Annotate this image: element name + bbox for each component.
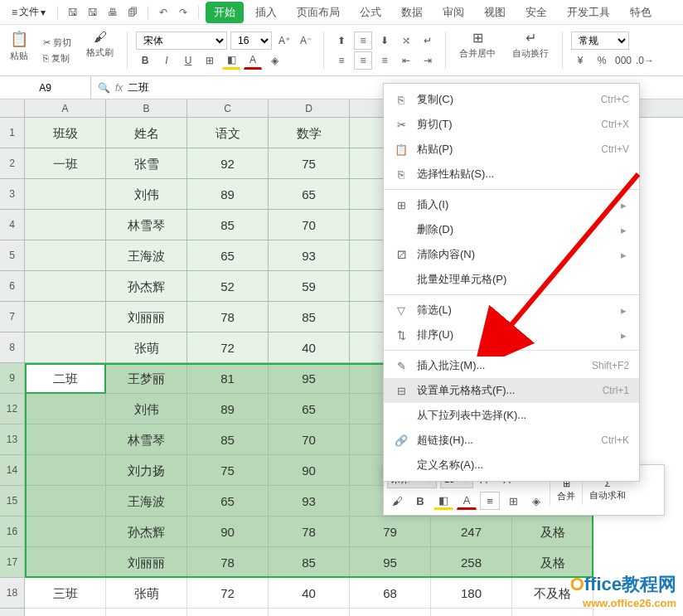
eraser-icon[interactable]: ◈ xyxy=(265,51,283,70)
tab-security[interactable]: 安全 xyxy=(517,2,555,23)
cell[interactable] xyxy=(25,210,106,240)
tab-page-layout[interactable]: 页面布局 xyxy=(288,2,348,23)
cell[interactable]: 78 xyxy=(269,517,350,547)
row-header[interactable]: 14 xyxy=(0,455,25,486)
row-header[interactable]: 1 xyxy=(0,118,25,148)
row-header[interactable]: 15 xyxy=(0,486,25,517)
cell[interactable]: 王海波 xyxy=(106,486,187,517)
row-header[interactable]: 4 xyxy=(0,210,25,240)
tab-insert[interactable]: 插入 xyxy=(247,2,285,23)
align-bottom-icon[interactable]: ⬇ xyxy=(375,32,394,50)
cell[interactable]: 姓名 xyxy=(106,118,187,148)
cell[interactable]: 二班 xyxy=(25,363,106,394)
cell[interactable]: 247 xyxy=(431,517,512,547)
align-left-icon[interactable]: ≡ xyxy=(332,51,351,70)
col-header-D[interactable]: D xyxy=(269,99,350,117)
increase-decimal-icon[interactable]: .0→ xyxy=(636,51,654,70)
context-menu-item[interactable]: 删除(D)▸ xyxy=(384,217,639,242)
save-icon[interactable]: 🖫 xyxy=(65,4,81,21)
cell[interactable]: 语文 xyxy=(187,118,269,148)
font-color-button[interactable]: A xyxy=(244,51,262,70)
cell[interactable]: 70 xyxy=(269,210,350,240)
cell[interactable]: 王海波 xyxy=(106,240,187,271)
cell[interactable]: 75 xyxy=(269,148,350,179)
bold-button[interactable]: B xyxy=(136,51,154,70)
cell[interactable] xyxy=(25,455,106,486)
cell[interactable]: 89 xyxy=(187,394,269,424)
row-header[interactable]: 13 xyxy=(0,424,25,455)
fill-color-button[interactable]: ◧ xyxy=(222,51,240,70)
tab-home[interactable]: 开始 xyxy=(206,2,244,23)
print-preview-icon[interactable]: 🗐 xyxy=(124,4,141,21)
align-middle-icon[interactable]: ≡ xyxy=(354,32,372,50)
decrease-indent-icon[interactable]: ⇤ xyxy=(397,51,415,70)
align-center-icon[interactable]: ≡ xyxy=(354,51,372,70)
row-header[interactable]: 8 xyxy=(0,332,25,363)
row-header[interactable]: 12 xyxy=(0,394,25,424)
mini-bold-button[interactable]: B xyxy=(410,492,430,510)
cell[interactable]: 93 xyxy=(269,486,350,517)
cell[interactable]: 52 xyxy=(187,271,269,302)
cell[interactable] xyxy=(269,609,350,616)
row-header[interactable]: 6 xyxy=(0,271,25,302)
cell[interactable]: 三班 xyxy=(25,578,106,609)
number-format-select[interactable]: 常规 xyxy=(571,32,629,50)
cell[interactable]: 85 xyxy=(187,424,269,455)
cut-button[interactable]: ✂剪切 xyxy=(40,36,75,50)
cell[interactable] xyxy=(431,609,512,616)
context-menu-item[interactable]: 定义名称(A)... xyxy=(384,453,639,478)
cell[interactable]: 85 xyxy=(187,210,269,240)
context-menu-item[interactable]: 批量处理单元格(P) xyxy=(384,267,639,292)
file-menu[interactable]: ≡ 文件 ▾ xyxy=(7,3,51,21)
context-menu-item[interactable]: ⇅排序(U)▸ xyxy=(384,323,639,347)
cell[interactable] xyxy=(25,394,106,424)
cell[interactable] xyxy=(512,609,593,616)
col-header-B[interactable]: B xyxy=(106,99,187,117)
tab-special[interactable]: 特色 xyxy=(622,2,660,23)
orientation-icon[interactable]: ⤭ xyxy=(397,32,415,50)
undo-icon[interactable]: ↶ xyxy=(155,4,172,21)
wrap-text-icon[interactable]: ↵ xyxy=(419,32,437,50)
context-menu-item[interactable]: ⚂清除内容(N)▸ xyxy=(384,242,639,267)
cell[interactable]: 及格 xyxy=(512,517,593,547)
cell[interactable]: 孙杰辉 xyxy=(106,271,187,302)
row-header[interactable]: 18 xyxy=(0,578,25,609)
name-box[interactable] xyxy=(0,76,91,99)
font-name-select[interactable]: 宋体 xyxy=(136,32,227,50)
context-menu-item[interactable]: 📋粘贴(P)Ctrl+V xyxy=(384,137,639,162)
cell[interactable]: 78 xyxy=(187,302,269,332)
context-menu-item[interactable]: 🔗超链接(H)...Ctrl+K xyxy=(384,428,639,453)
fx-icon[interactable]: fx xyxy=(115,82,123,94)
decrease-font-icon[interactable]: A⁻ xyxy=(297,32,315,50)
cell[interactable]: 85 xyxy=(269,547,350,578)
cell[interactable] xyxy=(25,486,106,517)
row-header[interactable]: 17 xyxy=(0,547,25,578)
row-header[interactable]: 5 xyxy=(0,240,25,271)
context-menu-item[interactable]: ⎘选择性粘贴(S)... xyxy=(384,162,639,187)
print-icon[interactable]: 🖶 xyxy=(104,4,121,21)
cell[interactable]: 93 xyxy=(269,240,350,271)
underline-button[interactable]: U xyxy=(179,51,197,70)
mini-align-button[interactable]: ≡ xyxy=(480,492,500,510)
mini-format-painter-icon[interactable]: 🖌 xyxy=(387,492,407,510)
tab-developer[interactable]: 开发工具 xyxy=(559,2,618,23)
name-box-input[interactable] xyxy=(0,76,90,99)
cell[interactable] xyxy=(187,609,269,616)
cell[interactable] xyxy=(25,424,106,455)
cell[interactable]: 81 xyxy=(187,363,269,394)
copy-button[interactable]: ⎘复制 xyxy=(40,51,75,65)
cell[interactable]: 90 xyxy=(187,517,269,547)
cell[interactable]: 王梦丽 xyxy=(106,363,187,394)
cell[interactable] xyxy=(25,547,106,578)
col-header-C[interactable]: C xyxy=(187,99,269,117)
zoom-icon[interactable]: 🔍 xyxy=(98,82,110,94)
tab-formula[interactable]: 公式 xyxy=(351,2,390,23)
cell[interactable]: 黎川 xyxy=(106,609,187,616)
row-header[interactable]: 7 xyxy=(0,302,25,332)
increase-indent-icon[interactable]: ⇥ xyxy=(419,51,437,70)
font-size-select[interactable]: 16 xyxy=(230,32,272,50)
row-header[interactable]: 3 xyxy=(0,179,25,210)
context-menu-item[interactable]: 从下拉列表中选择(K)... xyxy=(384,403,639,428)
cell[interactable]: 刘丽丽 xyxy=(106,547,187,578)
cell[interactable]: 40 xyxy=(269,332,350,363)
